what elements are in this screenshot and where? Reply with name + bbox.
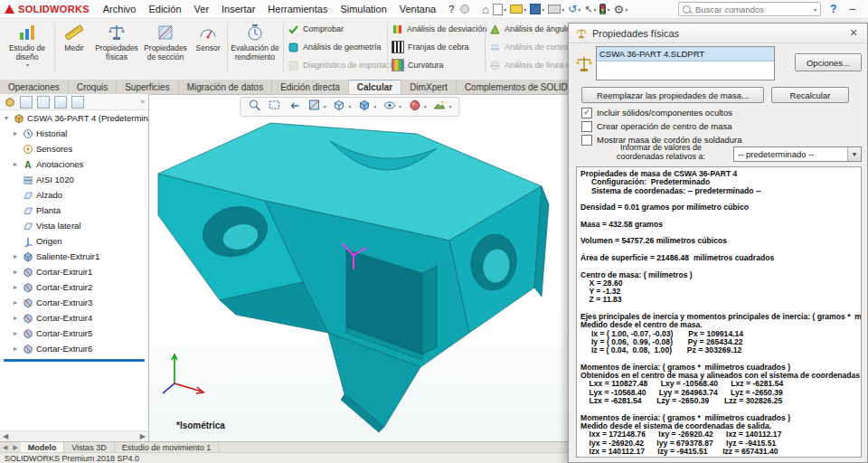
tree-item-vista-lateral[interactable]: Vista lateral	[0, 218, 148, 233]
select-icon[interactable]: ↖▾	[584, 2, 596, 16]
tree-item-alzado[interactable]: Alzado	[0, 187, 148, 203]
apply-scene-icon[interactable]	[433, 99, 447, 116]
dialog-title-bar[interactable]: Propiedades físicas ✕	[569, 24, 867, 43]
home-icon[interactable]: ⌂	[482, 2, 489, 16]
tab-operaciones[interactable]: Operaciones	[0, 80, 69, 94]
checkbox-icon[interactable]	[581, 121, 592, 132]
minimize-icon[interactable]: –	[849, 3, 855, 15]
close-icon[interactable]: ✕	[846, 27, 861, 39]
menu-edicion[interactable]: Edición	[142, 0, 187, 18]
tree-item-cortar-extruir1[interactable]: ▸ Cortar-Extruir1	[0, 264, 148, 279]
menu-herramientas[interactable]: Herramientas	[261, 0, 334, 18]
tree-item-planta[interactable]: Planta	[0, 203, 148, 218]
tab-migracion-de-datos[interactable]: Migración de datos	[179, 80, 273, 94]
tab-dimxpert[interactable]: DimXpert	[401, 80, 457, 94]
document-list[interactable]: CSWA 36-PART 4.SLDPRT	[596, 46, 775, 80]
geometry-analysis-button[interactable]: Análisis de geometría	[288, 39, 408, 55]
selected-document[interactable]: CSWA 36-PART 4.SLDPRT	[597, 47, 774, 61]
check-button[interactable]: Comprobar	[288, 21, 408, 37]
menu-help[interactable]: ?	[442, 0, 460, 18]
previous-view-icon[interactable]	[288, 99, 301, 116]
section-properties-button[interactable]: Propiedades de sección	[141, 20, 190, 76]
menu-ver[interactable]: Ver	[188, 0, 216, 18]
scroll-left-icon[interactable]: ◀	[3, 432, 8, 440]
tree-root[interactable]: ▾ CSWA 36-PART 4 (Predeterminado<<	[0, 110, 148, 126]
chevron-down-icon[interactable]: ▼	[847, 147, 861, 161]
new-document-icon[interactable]: ▾	[493, 2, 506, 16]
tree-item-saliente-extruir1[interactable]: ▸ Saliente-Extruir1	[0, 249, 148, 264]
include-hidden-bodies-checkbox[interactable]: ✓ Incluir sólidos/componentes ocultos	[581, 107, 732, 118]
search-dropdown-icon[interactable]: ▾	[814, 6, 816, 13]
undo-icon[interactable]: ↺▾	[568, 2, 580, 16]
command-search[interactable]: ▾	[678, 2, 821, 16]
3d-part-model[interactable]	[149, 94, 568, 441]
performance-evaluation-button[interactable]: Evaluación de rendimiento	[229, 20, 281, 76]
tree-item-cortar-extruir2[interactable]: ▸ Cortar-Extruir2	[0, 279, 148, 295]
save-icon[interactable]: ▾	[530, 2, 544, 16]
menu-ventana[interactable]: Ventana	[393, 0, 442, 18]
graphics-viewport[interactable]: ▾ ▾ ▾ ▾ ▾ ▾	[149, 94, 568, 441]
edit-appearance-icon[interactable]	[408, 99, 421, 116]
mass-properties-button[interactable]: Propiedades físicas	[93, 20, 140, 76]
display-style-icon[interactable]	[357, 99, 371, 116]
checkbox-icon[interactable]	[581, 135, 592, 146]
tree-item-material[interactable]: AISI 1020	[0, 172, 148, 187]
sensor-button[interactable]: Sensor	[191, 20, 225, 76]
pin-icon[interactable]	[460, 5, 469, 14]
featuremanager-tab-icon[interactable]	[4, 96, 15, 108]
coordinate-system-select[interactable]: -- predeterminado -- ▼	[733, 146, 862, 162]
tree-item-anotaciones[interactable]: ▸ A Anotaciones	[0, 156, 148, 172]
tree-item-cortar-extruir5[interactable]: ▸ Cortar-Extruir5	[0, 326, 148, 341]
collapse-arrow-icon[interactable]: ▾	[3, 114, 10, 122]
expand-arrow-icon[interactable]: ▸	[12, 252, 19, 260]
expand-arrow-icon[interactable]: ▸	[12, 329, 19, 337]
view-orientation-icon[interactable]	[333, 99, 346, 116]
expand-arrow-icon[interactable]: ▸	[12, 160, 19, 168]
scroll-right-icon[interactable]: ▶	[140, 432, 146, 440]
expand-arrow-icon[interactable]: ▸	[12, 314, 19, 322]
tree-item-cortar-extruir6[interactable]: ▸ Cortar-Extruir6	[0, 341, 148, 356]
tab-croquis[interactable]: Croquis	[69, 80, 117, 94]
measure-button[interactable]: Medir	[56, 20, 92, 76]
zoom-area-icon[interactable]	[268, 99, 281, 116]
rollback-bar[interactable]	[4, 359, 145, 362]
displaymanager-tab-icon[interactable]	[71, 96, 84, 109]
tree-item-historial[interactable]: ▸ Historial	[0, 126, 148, 141]
menu-simulation[interactable]: Simulation	[334, 0, 392, 18]
recalculate-button[interactable]: Recalcular	[771, 87, 849, 103]
rebuild-icon[interactable]: ▾	[599, 2, 609, 16]
deviation-analysis-button[interactable]: Análisis de desviación	[392, 21, 487, 37]
tree-item-cortar-extruir3[interactable]: ▸ Cortar-Extruir3	[0, 295, 148, 310]
expand-arrow-icon[interactable]: ▸	[12, 268, 19, 276]
expand-arrow-icon[interactable]: ▸	[12, 129, 19, 137]
tree-item-origen[interactable]: Origen	[0, 233, 148, 249]
design-study-button[interactable]: Estudio de diseño▾	[2, 20, 52, 76]
expand-arrow-icon[interactable]: ▸	[12, 298, 19, 307]
options-button[interactable]: Opciones...	[795, 53, 862, 71]
tab-calcular[interactable]: Calcular	[349, 80, 401, 94]
search-input[interactable]	[693, 4, 810, 15]
options-gear-icon[interactable]: ⚙▾	[614, 2, 628, 16]
tree-item-sensores[interactable]: Sensores	[0, 141, 148, 156]
zebra-stripes-button[interactable]: Franjas de cebra	[392, 39, 487, 55]
menu-insertar[interactable]: Insertar	[215, 0, 261, 18]
propertymanager-tab-icon[interactable]	[20, 96, 33, 109]
open-icon[interactable]: ▾	[510, 2, 526, 16]
checkbox-icon[interactable]: ✓	[581, 108, 592, 118]
expand-arrow-icon[interactable]: ▸	[12, 283, 19, 291]
mass-properties-report[interactable]: Propiedades de masa de CSWA 36-PART 4 Co…	[576, 166, 862, 458]
tab-edicion-directa[interactable]: Edición directa	[272, 80, 349, 94]
expand-arrow-icon[interactable]: ▸	[12, 345, 19, 353]
section-view-icon[interactable]	[307, 99, 321, 116]
override-mass-properties-button[interactable]: Reemplazar las propiedades de masa...	[581, 87, 764, 103]
tree-item-cortar-extruir4[interactable]: ▸ Cortar-Extruir4	[0, 310, 148, 326]
configurationmanager-tab-icon[interactable]	[37, 96, 50, 109]
help-icon[interactable]: ?	[830, 3, 836, 15]
panel-expand-chevron-icon[interactable]: »	[141, 98, 145, 106]
create-com-feature-checkbox[interactable]: Crear operación de centro de masa	[581, 120, 731, 132]
print-icon[interactable]: ▾	[548, 2, 564, 16]
hide-show-items-icon[interactable]	[382, 99, 396, 116]
menu-archivo[interactable]: Archivo	[97, 0, 143, 18]
tree-horizontal-scrollbar[interactable]: ◀ ▶	[0, 430, 148, 441]
dimxpertmanager-tab-icon[interactable]	[54, 96, 67, 109]
